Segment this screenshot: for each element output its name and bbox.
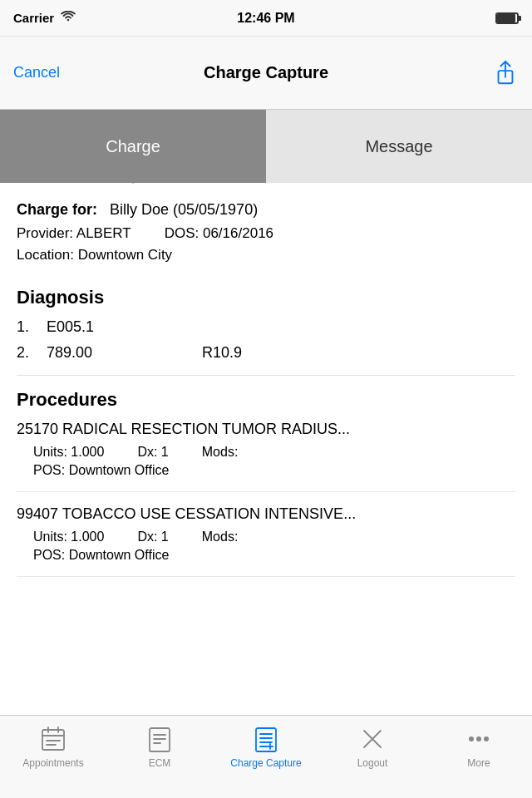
logout-label: Logout: [357, 757, 388, 769]
svg-rect-7: [150, 728, 170, 751]
logout-icon: [357, 724, 387, 754]
procedure-details-2: Units: 1.000 Dx: 1 Mods:: [17, 530, 515, 544]
dx-val-2: 1: [161, 530, 169, 544]
tab-ecm[interactable]: ECM: [106, 724, 213, 769]
dx-label-2: Dx: 1: [137, 530, 168, 544]
carrier-label: Carrier: [13, 11, 54, 25]
location-row: Location: Downtown City: [17, 247, 515, 264]
provider-dos-row: Provider: ALBERT DOS: 06/16/2016: [17, 225, 515, 242]
segmented-control: Charge Message: [0, 110, 532, 183]
status-time: 12:46 PM: [237, 11, 294, 26]
procedure-pos-2: POS: Downtown Office: [17, 548, 515, 563]
procedure-name-2: 99407 TOBACCO USE CESSATION INTENSIVE...: [17, 505, 515, 523]
tab-bar: Appointments ECM Charge C: [0, 715, 532, 798]
procedure-name-1: 25170 RADICAL RESECTION TUMOR RADIUS...: [17, 421, 515, 438]
diagnosis-section: Diagnosis 1. E005.1 2. 789.00 R10.9: [17, 287, 515, 362]
units-val-1: 1.000: [71, 445, 104, 459]
tab-more[interactable]: More: [426, 724, 532, 769]
svg-point-20: [469, 736, 474, 741]
tab-logout[interactable]: Logout: [319, 724, 426, 769]
diagnosis-item-2: 2. 789.00 R10.9: [17, 344, 515, 362]
procedure-item-1: 25170 RADICAL RESECTION TUMOR RADIUS... …: [17, 421, 515, 492]
battery-icon: [495, 12, 519, 24]
procedure-details-1: Units: 1.000 Dx: 1 Mods:: [17, 445, 515, 460]
ecm-icon: [145, 724, 175, 754]
tab-appointments[interactable]: Appointments: [0, 724, 106, 769]
mods-label-1: Mods:: [202, 445, 239, 460]
procedures-section: Procedures 25170 RADICAL RESECTION TUMOR…: [17, 389, 515, 577]
svg-rect-1: [42, 730, 64, 750]
diag-code-1: E005.1: [47, 318, 94, 336]
section-divider: [17, 375, 515, 376]
diag-num-2: 2.: [17, 344, 37, 362]
nav-title: Charge Capture: [204, 63, 328, 82]
svg-point-22: [484, 736, 489, 741]
tab-arrow: [121, 172, 145, 184]
charge-capture-label: Charge Capture: [230, 757, 301, 769]
charge-capture-icon: [251, 724, 281, 754]
more-icon: [464, 724, 494, 754]
procedures-header: Procedures: [17, 389, 515, 411]
diag-num-1: 1.: [17, 318, 37, 336]
share-button[interactable]: [492, 60, 519, 86]
appointments-icon: [38, 724, 68, 754]
diagnosis-header: Diagnosis: [17, 287, 515, 308]
charge-for-label: Charge for:: [17, 201, 97, 218]
dos-info: DOS: 06/16/2016: [165, 225, 273, 242]
dx-val-1: 1: [161, 445, 169, 459]
more-label: More: [467, 757, 490, 769]
cancel-button[interactable]: Cancel: [13, 64, 60, 81]
mods-label-2: Mods:: [202, 530, 239, 544]
main-content: Charge for: Billy Doe (05/05/1970) Provi…: [0, 183, 532, 577]
tab-charge-capture[interactable]: Charge Capture: [213, 724, 319, 769]
svg-point-21: [476, 736, 481, 741]
charge-for-section: Charge for: Billy Doe (05/05/1970) Provi…: [17, 200, 515, 264]
message-tab[interactable]: Message: [266, 110, 532, 183]
status-left: Carrier: [13, 11, 76, 25]
units-val-2: 1.000: [71, 530, 104, 544]
status-right: [495, 12, 519, 24]
units-label-1: Units: 1.000: [33, 445, 104, 460]
diag-code-2: 789.00: [47, 344, 92, 362]
charge-for-line: Charge for: Billy Doe (05/05/1970): [17, 200, 515, 220]
wifi-icon: [61, 11, 76, 25]
patient-name: Billy Doe (05/05/1970): [110, 201, 258, 218]
dx-label-1: Dx: 1: [137, 445, 168, 460]
charge-tab[interactable]: Charge: [0, 110, 266, 183]
units-label-2: Units: 1.000: [33, 530, 104, 544]
procedure-pos-1: POS: Downtown Office: [17, 463, 515, 478]
nav-bar: Cancel Charge Capture: [0, 37, 532, 110]
diag-icd10-2: R10.9: [202, 344, 242, 362]
diagnosis-item-1: 1. E005.1: [17, 318, 515, 336]
procedure-item-2: 99407 TOBACCO USE CESSATION INTENSIVE...…: [17, 505, 515, 577]
provider-info: Provider: ALBERT: [17, 225, 131, 242]
ecm-label: ECM: [149, 757, 171, 769]
status-bar: Carrier 12:46 PM: [0, 0, 532, 37]
svg-rect-11: [256, 728, 276, 751]
appointments-label: Appointments: [22, 757, 83, 769]
